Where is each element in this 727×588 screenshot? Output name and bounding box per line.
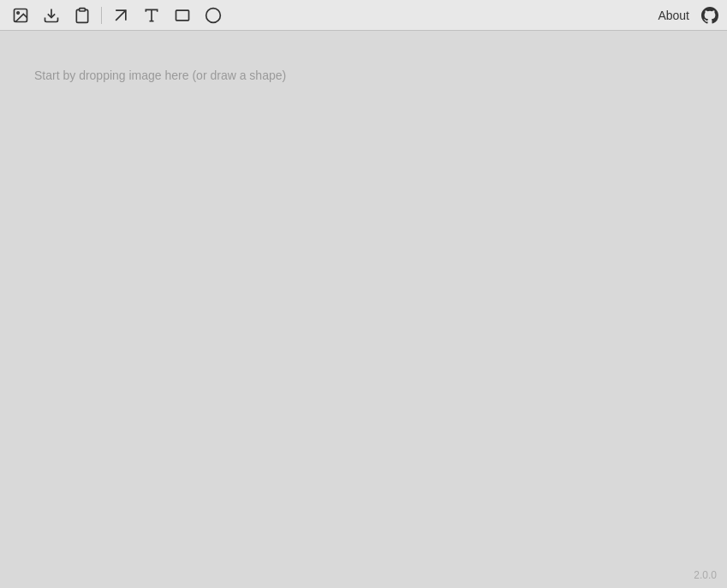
hint-text: Start by dropping image here (or draw a … (34, 68, 286, 82)
text-icon (143, 7, 160, 24)
toolbar-left (7, 3, 654, 27)
ellipse-tool-button[interactable] (200, 3, 227, 27)
version-text: 2.0.0 (694, 569, 717, 581)
svg-point-8 (206, 8, 221, 22)
download-tool-button[interactable] (38, 3, 65, 27)
toolbar: About (0, 0, 727, 31)
svg-line-4 (116, 10, 126, 21)
ellipse-icon (205, 7, 222, 24)
toolbar-right: About (658, 5, 720, 26)
svg-rect-3 (80, 8, 86, 10)
svg-rect-7 (176, 10, 189, 21)
arrow-tool-button[interactable] (107, 3, 134, 27)
text-tool-button[interactable] (138, 3, 165, 27)
image-tool-button[interactable] (7, 3, 34, 27)
clipboard-icon (74, 7, 91, 24)
rectangle-icon (174, 7, 191, 24)
toolbar-separator-1 (101, 7, 102, 24)
rectangle-tool-button[interactable] (169, 3, 196, 27)
clipboard-tool-button[interactable] (69, 3, 96, 27)
svg-point-1 (17, 11, 19, 13)
download-icon (43, 7, 60, 24)
github-icon[interactable] (700, 5, 720, 26)
canvas-area[interactable]: Start by dropping image here (or draw a … (0, 31, 727, 588)
about-link[interactable]: About (658, 9, 689, 22)
image-icon (12, 7, 29, 24)
arrow-icon (112, 7, 129, 24)
